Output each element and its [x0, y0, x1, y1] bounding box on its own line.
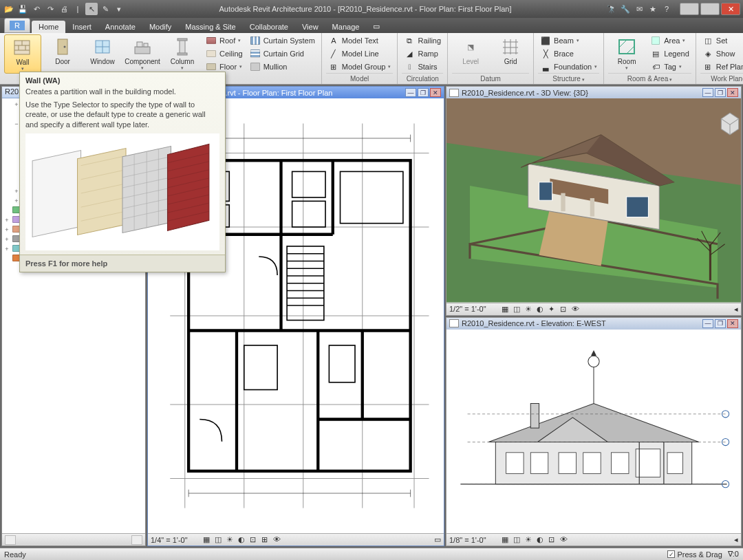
redo-icon[interactable]: ↷ [44, 3, 56, 15]
stairs-button[interactable]: 𓊍Stairs [402, 61, 443, 73]
mullion-button[interactable]: Mullion [248, 61, 317, 73]
shadows-icon[interactable]: ◐ [238, 535, 248, 544]
crop-icon[interactable]: ⊡ [250, 535, 260, 544]
browser-footer-btn[interactable] [131, 535, 142, 545]
view-expand-icon[interactable]: ▭ [434, 535, 441, 544]
set-button[interactable]: ◫Set [700, 34, 743, 47]
view-scale[interactable]: 1/2" = 1'-0" [449, 305, 497, 313]
help-icon[interactable]: ? [660, 3, 673, 15]
hide-icon[interactable]: 👁 [560, 535, 570, 544]
binoculars-icon[interactable]: 🔭 [605, 3, 618, 15]
view-max-button[interactable]: ❐ [715, 88, 726, 97]
communicate-icon[interactable]: ✉ [633, 3, 645, 15]
panel-label[interactable]: Room & Area [608, 73, 691, 84]
foundation-button[interactable]: ▃Foundation [538, 61, 599, 73]
print-icon[interactable]: 🖨 [58, 3, 70, 15]
ramp-button[interactable]: ◢Ramp [402, 47, 443, 60]
open-icon[interactable]: 📂 [3, 3, 15, 15]
press-drag-toggle[interactable]: ✓Press & Drag [667, 550, 722, 559]
ref-plane-button[interactable]: ⊞Ref Plane [700, 61, 743, 73]
tab-overflow-icon[interactable]: ▭ [366, 20, 387, 33]
crop-icon[interactable]: ⊡ [548, 535, 559, 544]
column-button[interactable]: Column [164, 34, 201, 72]
view-titlebar[interactable]: R2010_Residence.rvt - Elevation: E-WEST … [446, 318, 741, 330]
view-close-button[interactable]: ✕ [430, 88, 441, 97]
undo-icon[interactable]: ↶ [30, 3, 43, 15]
expand-icon[interactable]: + [3, 236, 10, 243]
hide-icon[interactable]: 👁 [273, 535, 283, 544]
model-text-button[interactable]: AModel Text [326, 34, 394, 47]
roof-button[interactable]: Roof [204, 34, 245, 47]
view-elevation[interactable]: R2010_Residence.rvt - Elevation: E-WEST … [446, 317, 742, 547]
visual-style-icon[interactable]: ◫ [513, 305, 524, 314]
wall-button[interactable]: Wall [4, 34, 41, 74]
maximize-button[interactable]: ❐ [700, 3, 720, 15]
view-titlebar[interactable]: R2010_Residence.rvt - 3D View: {3D} — ❐ … [446, 87, 741, 98]
sun-path-icon[interactable]: ☀ [525, 305, 535, 314]
view-scale[interactable]: 1/4" = 1'-0" [151, 536, 199, 544]
view-min-button[interactable]: — [702, 319, 713, 328]
browser-footer-btn[interactable] [5, 535, 16, 545]
view-max-button[interactable]: ❐ [418, 88, 429, 97]
rendering-icon[interactable]: ✦ [548, 305, 559, 314]
app-menu-button[interactable]: R [4, 18, 30, 33]
railing-button[interactable]: ⧉Railing [402, 34, 443, 47]
elevation-canvas[interactable] [446, 330, 741, 534]
view-3d-canvas[interactable] [446, 98, 741, 303]
visual-style-icon[interactable]: ◫ [513, 535, 524, 544]
window-button[interactable]: Window [84, 34, 121, 67]
tab-view[interactable]: View [295, 21, 325, 33]
nav-left-icon[interactable]: ◂ [734, 535, 738, 544]
panel-label[interactable]: Structure [538, 73, 599, 84]
view-max-button[interactable]: ❐ [715, 319, 726, 328]
minimize-button[interactable]: — [680, 3, 699, 15]
key-icon[interactable]: 🔧 [619, 3, 632, 15]
view-scale[interactable]: 1/8" = 1'-0" [449, 536, 497, 544]
selection-filter[interactable]: ∇:0 [728, 550, 739, 559]
tab-massing-site[interactable]: Massing & Site [178, 21, 242, 33]
shadows-icon[interactable]: ◐ [537, 535, 547, 544]
shadows-icon[interactable]: ◐ [537, 305, 547, 314]
tab-annotate[interactable]: Annotate [98, 21, 142, 33]
qat-dropdown-icon[interactable]: ▾ [113, 3, 125, 15]
brace-button[interactable]: ╳Brace [538, 47, 599, 60]
curtain-system-button[interactable]: Curtain System [248, 34, 317, 47]
expand-icon[interactable]: + [3, 226, 10, 233]
tab-manage[interactable]: Manage [325, 21, 367, 33]
expand-icon[interactable]: + [3, 217, 10, 224]
legend-button[interactable]: ▤Legend [648, 47, 691, 60]
room-button[interactable]: Room [608, 34, 645, 72]
level-button[interactable]: ⬔ Level [452, 34, 489, 67]
crop-region-icon[interactable]: ⊞ [261, 535, 272, 544]
detail-level-icon[interactable]: ▦ [502, 535, 512, 544]
cursor-icon[interactable]: ↖ [85, 3, 98, 15]
view-close-button[interactable]: ✕ [727, 88, 738, 97]
tab-home[interactable]: Home [32, 21, 65, 33]
view-min-button[interactable]: — [702, 88, 713, 97]
expand-icon[interactable]: + [3, 246, 10, 252]
view-3d[interactable]: R2010_Residence.rvt - 3D View: {3D} — ❐ … [446, 86, 742, 316]
tab-modify[interactable]: Modify [142, 21, 178, 33]
crop-icon[interactable]: ⊡ [560, 305, 570, 314]
sync-icon[interactable]: ✎ [99, 3, 111, 15]
grid-button[interactable]: Grid [492, 34, 529, 67]
view-close-button[interactable]: ✕ [727, 319, 738, 328]
ceiling-button[interactable]: Ceiling [204, 47, 245, 60]
sun-path-icon[interactable]: ☀ [226, 535, 237, 544]
nav-left-icon[interactable]: ◂ [734, 305, 738, 314]
sun-path-icon[interactable]: ☀ [525, 535, 535, 544]
tag-button[interactable]: 🏷Tag [648, 61, 691, 73]
door-button[interactable]: Door [44, 34, 81, 67]
view-min-button[interactable]: — [405, 88, 416, 97]
model-line-button[interactable]: ╱Model Line [326, 47, 394, 60]
hide-icon[interactable]: 👁 [572, 305, 582, 314]
beam-button[interactable]: ⬛Beam [538, 34, 599, 47]
component-button[interactable]: Component [124, 34, 161, 72]
close-button[interactable]: ✕ [721, 3, 740, 15]
curtain-grid-button[interactable]: Curtain Grid [248, 47, 317, 60]
detail-level-icon[interactable]: ▦ [203, 535, 213, 544]
model-group-button[interactable]: ⊞Model Group [326, 61, 394, 73]
tab-insert[interactable]: Insert [65, 21, 98, 33]
show-button[interactable]: ◈Show [700, 47, 743, 60]
area-button[interactable]: Area [648, 34, 691, 47]
